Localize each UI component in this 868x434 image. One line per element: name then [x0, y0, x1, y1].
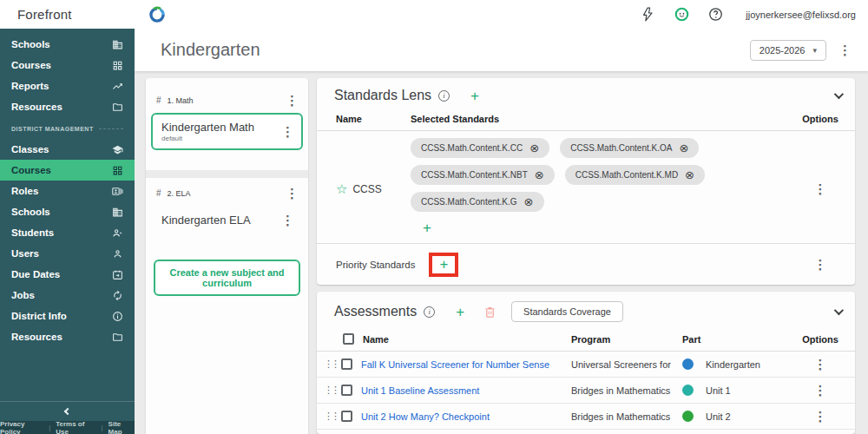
sidebar-item-roles[interactable]: Roles	[0, 181, 135, 201]
curriculum-options-menu-icon[interactable]: ⋮	[279, 214, 297, 227]
select-all-checkbox[interactable]	[343, 333, 354, 345]
assessments-title: Assessments	[334, 304, 417, 319]
row-checkbox[interactable]	[341, 385, 352, 396]
sidebar-item-due-dates[interactable]: Due Dates	[0, 264, 135, 285]
standards-coverage-button[interactable]: Standards Coverage	[511, 301, 623, 322]
courses-icon	[112, 60, 123, 71]
sidebar-item-students[interactable]: Students	[0, 222, 135, 243]
curriculum-options-menu-icon[interactable]: ⋮	[279, 125, 297, 138]
collapse-section-icon[interactable]	[834, 89, 844, 99]
row-checkbox[interactable]	[341, 411, 352, 422]
drag-handle-icon[interactable]: #	[156, 188, 161, 198]
assessment-part: Unit 2	[706, 411, 731, 422]
column-header-options: Options	[801, 334, 839, 345]
schools-icon	[112, 207, 123, 218]
remove-standard-icon[interactable]: ⊗	[679, 142, 688, 154]
drag-handle-icon[interactable]: ⋮⋮	[324, 385, 341, 396]
assessment-program: Bridges in Mathematics	[571, 411, 682, 422]
curriculum-item-kindergarten-ela[interactable]: Kindergarten ELA⋮	[151, 206, 303, 234]
curriculum-name: Kindergarten Math	[161, 121, 254, 134]
sidebar-item-label: Courses	[11, 60, 51, 70]
assessment-part: Unit 1	[706, 385, 731, 396]
user-email[interactable]: jjoynerkersee@felixsd.org	[746, 10, 856, 20]
info-icon[interactable]: i	[438, 90, 450, 102]
sidebar-item-schools[interactable]: Schools	[0, 34, 135, 55]
add-priority-standard-button[interactable]: +	[439, 257, 448, 272]
footer-link-site-map[interactable]: Site Map	[108, 420, 135, 434]
due-dates-icon	[112, 269, 123, 280]
sidebar-section-label: DISTRICT MANAGEMENT	[11, 126, 94, 132]
row-options-menu-icon[interactable]: ⋮	[812, 409, 830, 424]
standard-chip: CCSS.Math.Content.K.MD⊗	[565, 165, 705, 185]
column-header-options: Options	[801, 114, 839, 124]
row-options-menu-icon[interactable]: ⋮	[812, 182, 830, 195]
help-icon[interactable]	[708, 7, 723, 22]
sidebar-item-label: Resources	[11, 332, 62, 342]
create-subject-button[interactable]: Create a new subject and curriculum	[154, 260, 300, 296]
star-icon[interactable]: ☆	[336, 182, 347, 195]
sidebar-item-schools[interactable]: Schools	[0, 201, 135, 222]
sidebar: SchoolsCoursesReportsResources DISTRICT …	[0, 29, 135, 434]
curriculum-item-kindergarten-math[interactable]: Kindergarten Mathdefault⋮	[151, 113, 303, 150]
standard-chip: CCSS.Math.Content.K.NBT⊗	[411, 165, 555, 185]
standards-set-name: CCSS	[352, 183, 381, 195]
sidebar-item-classes[interactable]: Classes	[0, 139, 135, 160]
assessment-name-link[interactable]: Unit 1 Baseline Assessment	[361, 385, 571, 396]
assessments-header: Assessments i + Standards Coverage	[317, 292, 855, 328]
sidebar-item-courses[interactable]: Courses	[0, 55, 135, 76]
row-options-menu-icon[interactable]: ⋮	[812, 258, 830, 271]
assessment-row: ⋮⋮Unit 2 Interview Interim Assessment 1B…	[317, 430, 855, 434]
priority-standards-label: Priority Standards	[336, 260, 415, 270]
collapse-section-icon[interactable]	[834, 306, 844, 315]
assessment-program: Bridges in Mathematics	[571, 385, 682, 396]
drag-handle-icon[interactable]: #	[156, 95, 161, 105]
add-assessment-button[interactable]: +	[456, 305, 464, 319]
annotation-highlight-box: +	[429, 253, 458, 277]
remove-standard-icon[interactable]: ⊗	[535, 169, 544, 181]
delete-assessments-icon[interactable]	[483, 306, 496, 319]
lightning-icon[interactable]	[641, 7, 655, 22]
avatar-icon[interactable]	[674, 7, 689, 22]
part-color-dot	[682, 358, 694, 370]
sidebar-item-reports[interactable]: Reports	[0, 76, 135, 96]
sidebar-item-resources[interactable]: Resources	[0, 96, 135, 117]
add-standard-button[interactable]: +	[423, 220, 801, 235]
selected-standards-chips: CCSS.Math.Content.K.CC⊗CCSS.Math.Content…	[411, 135, 706, 212]
sidebar-item-jobs[interactable]: Jobs	[0, 285, 135, 306]
sidebar-item-label: Students	[11, 227, 54, 238]
remove-standard-icon[interactable]: ⊗	[529, 142, 539, 154]
remove-standard-icon[interactable]: ⊗	[685, 169, 694, 181]
group-divider	[146, 170, 308, 178]
subject-options-menu-icon[interactable]: ⋮	[283, 94, 301, 107]
sidebar-item-label: District Info	[11, 311, 67, 321]
drag-handle-icon[interactable]: ⋮⋮	[324, 411, 341, 422]
assessment-program: Universal Screeners for	[571, 359, 682, 370]
school-year-value: 2025-2026	[760, 45, 806, 56]
drag-handle-icon[interactable]: ⋮⋮	[324, 358, 341, 370]
assessment-row: ⋮⋮Unit 1 Baseline AssessmentBridges in M…	[317, 378, 855, 404]
assessment-name-link[interactable]: Fall K Universal Screener for Number Sen…	[361, 359, 571, 370]
sidebar-collapse-button[interactable]	[0, 401, 135, 421]
subject-options-menu-icon[interactable]: ⋮	[283, 187, 301, 200]
sidebar-item-district-info[interactable]: District Info	[0, 306, 135, 326]
row-checkbox[interactable]	[341, 358, 352, 370]
sidebar-item-resources[interactable]: Resources	[0, 326, 135, 347]
subject-group-header: #2. ELA⋮	[146, 185, 308, 201]
footer-link-terms-of-use[interactable]: Terms of Use	[56, 420, 95, 434]
school-year-dropdown[interactable]: 2025-2026 ▾	[750, 40, 826, 61]
assessment-name-link[interactable]: Unit 2 How Many? Checkpoint	[361, 411, 571, 422]
row-options-menu-icon[interactable]: ⋮	[812, 383, 830, 398]
sidebar-item-courses[interactable]: Courses	[0, 160, 135, 181]
standard-chip: CCSS.Math.Content.K.G⊗	[411, 192, 544, 212]
page-options-menu-icon[interactable]: ⋮	[836, 43, 854, 56]
add-standards-lens-button[interactable]: +	[470, 89, 479, 103]
row-options-menu-icon[interactable]: ⋮	[812, 357, 830, 372]
sidebar-section-header: DISTRICT MANAGEMENT	[11, 126, 123, 132]
footer-link-privacy-policy[interactable]: Privacy Policy	[0, 420, 43, 434]
remove-standard-icon[interactable]: ⊗	[524, 196, 534, 207]
column-header-program: Program	[571, 334, 682, 345]
part-color-dot	[682, 385, 694, 396]
chevron-left-icon	[63, 408, 70, 415]
info-icon[interactable]: i	[424, 306, 435, 318]
sidebar-item-users[interactable]: Users	[0, 243, 135, 264]
